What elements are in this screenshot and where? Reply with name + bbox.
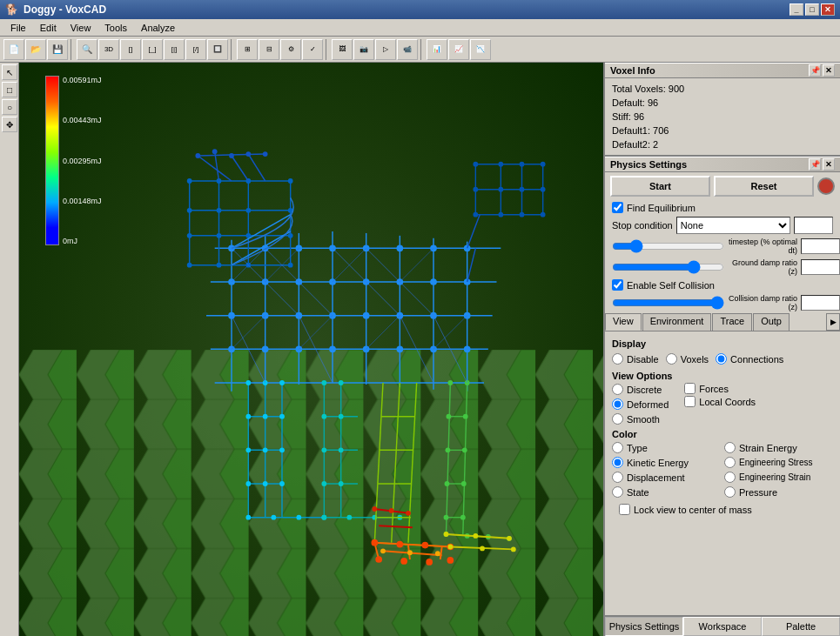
bottom-tab-palette[interactable]: Palette	[762, 617, 840, 636]
color-strain-radio[interactable]	[724, 442, 736, 453]
tb-zoom-in[interactable]: 🔍	[77, 39, 97, 60]
reset-button[interactable]: Reset	[714, 176, 814, 197]
lock-view-label: Lock view to center of mass	[634, 505, 752, 515]
maximize-button[interactable]: □	[805, 3, 819, 16]
tb-img2[interactable]: 📷	[353, 39, 374, 60]
color-kinetic-radio[interactable]	[612, 457, 623, 468]
tab-environment[interactable]: Environment	[642, 313, 712, 331]
tb-extra2[interactable]: 📈	[448, 39, 469, 60]
self-collision-checkbox[interactable]	[612, 279, 623, 291]
svg-point-110	[245, 447, 251, 452]
physics-panel-controls: 📌 ✕	[809, 158, 835, 171]
tb-img4[interactable]: 📹	[397, 39, 418, 60]
svg-point-30	[430, 278, 437, 285]
bottom-tab-physics[interactable]: Physics Settings	[605, 617, 683, 636]
record-button[interactable]	[817, 177, 835, 195]
close-button[interactable]: ✕	[821, 3, 835, 16]
collision-damp-slider[interactable]	[612, 296, 724, 310]
tab-view[interactable]: View	[605, 313, 642, 331]
tb-3d-3[interactable]: [_]	[142, 39, 163, 60]
svg-point-115	[279, 481, 285, 486]
tb-grid1[interactable]: ⊞	[237, 39, 258, 60]
voxel-panel-pin[interactable]: 📌	[809, 64, 821, 77]
tb-extra3[interactable]: 📉	[470, 39, 491, 60]
stop-condition-select[interactable]: None Time Energy	[676, 217, 790, 234]
menu-analyze[interactable]: Analyze	[134, 21, 182, 35]
view-smooth-radio[interactable]	[612, 413, 623, 425]
total-voxels-value: 900	[669, 84, 684, 94]
view-discrete-row: Discrete	[612, 383, 669, 396]
find-equilibrium-checkbox[interactable]	[612, 202, 623, 213]
tb-sep4	[420, 39, 424, 60]
menu-edit[interactable]: Edit	[33, 21, 64, 35]
display-voxels-radio[interactable]	[666, 353, 677, 365]
lock-view-checkbox[interactable]	[619, 504, 630, 515]
tb-new[interactable]: 📄	[3, 39, 24, 60]
tb-opt1[interactable]: ⚙	[280, 39, 301, 60]
color-pressure-radio[interactable]	[724, 486, 736, 498]
tb-opt2[interactable]: ✓	[302, 39, 323, 60]
svg-line-72	[248, 154, 265, 181]
window-controls: _ □ ✕	[790, 3, 835, 16]
tb-extra1[interactable]: 📊	[427, 39, 447, 60]
ground-damp-slider[interactable]	[612, 260, 724, 274]
color-eng-strain-radio[interactable]	[724, 472, 736, 483]
ground-damp-value-input[interactable]: 000759	[801, 259, 840, 275]
color-state-radio[interactable]	[612, 486, 623, 498]
forces-checkbox[interactable]	[684, 383, 696, 394]
svg-point-87	[473, 187, 478, 192]
tb-3d-2[interactable]: []	[120, 39, 141, 60]
tool-move[interactable]: ✥	[2, 117, 17, 132]
menu-tools[interactable]: Tools	[97, 21, 134, 35]
color-type-radio[interactable]	[612, 442, 623, 453]
stop-condition-value-input[interactable]	[794, 217, 833, 234]
timestep-slider[interactable]	[612, 239, 724, 253]
svg-point-66	[217, 263, 222, 268]
tab-next-arrow[interactable]: ▶	[826, 313, 840, 331]
color-eng-strain-label: Engineering Strain	[739, 472, 810, 482]
tool-arrow[interactable]: ↖	[2, 64, 17, 80]
menu-view[interactable]: View	[64, 21, 98, 35]
display-connections-radio[interactable]	[716, 353, 727, 365]
tb-3d-6[interactable]: 🔲	[207, 39, 228, 60]
minimize-button[interactable]: _	[790, 3, 803, 16]
color-eng-stress-radio[interactable]	[724, 457, 736, 468]
start-button[interactable]: Start	[610, 176, 710, 197]
svg-point-164	[372, 506, 377, 512]
svg-point-174	[447, 380, 453, 385]
svg-line-150	[440, 547, 442, 560]
collision-damp-value-input[interactable]: 1	[801, 295, 840, 311]
viewport[interactable]: ↖ □ ○ ✥	[0, 63, 603, 636]
timestep-label: timestep (% optimal dt)	[728, 238, 797, 255]
tab-output[interactable]: Outp	[753, 313, 790, 331]
view-deformed-radio[interactable]	[612, 398, 623, 410]
tb-3d-1[interactable]: 3D	[98, 39, 119, 60]
svg-line-71	[232, 156, 248, 181]
tb-grid2[interactable]: ⊟	[259, 39, 279, 60]
tb-img3[interactable]: ▷	[375, 39, 396, 60]
tool-circle[interactable]: ○	[2, 99, 17, 115]
tab-trace[interactable]: Trace	[712, 313, 752, 331]
physics-header: Physics Settings 📌 ✕	[605, 157, 840, 172]
physics-panel-pin[interactable]: 📌	[809, 158, 821, 171]
tb-open[interactable]: 📂	[25, 39, 46, 60]
bottom-tab-workspace[interactable]: Workspace	[683, 617, 762, 636]
view-discrete-radio[interactable]	[612, 384, 623, 395]
default-value: 96	[648, 97, 658, 108]
display-disable-radio[interactable]	[612, 353, 623, 365]
tb-3d-5[interactable]: [/]	[185, 39, 206, 60]
tb-3d-4[interactable]: [|]	[164, 39, 185, 60]
tb-img1[interactable]: 🖼	[332, 39, 353, 60]
color-displacement-radio[interactable]	[612, 472, 623, 483]
physics-panel-close[interactable]: ✕	[823, 158, 835, 171]
svg-line-138	[374, 383, 383, 543]
menu-file[interactable]: File	[3, 21, 33, 35]
svg-point-68	[288, 263, 293, 268]
voxel-panel-close[interactable]: ✕	[823, 64, 835, 77]
svg-line-163	[379, 526, 413, 527]
timestep-value-input[interactable]: 0.184	[801, 238, 840, 254]
svg-point-130	[321, 447, 326, 452]
tb-save[interactable]: 💾	[47, 39, 68, 60]
tool-square[interactable]: □	[2, 82, 17, 97]
local-coords-checkbox[interactable]	[684, 396, 696, 407]
